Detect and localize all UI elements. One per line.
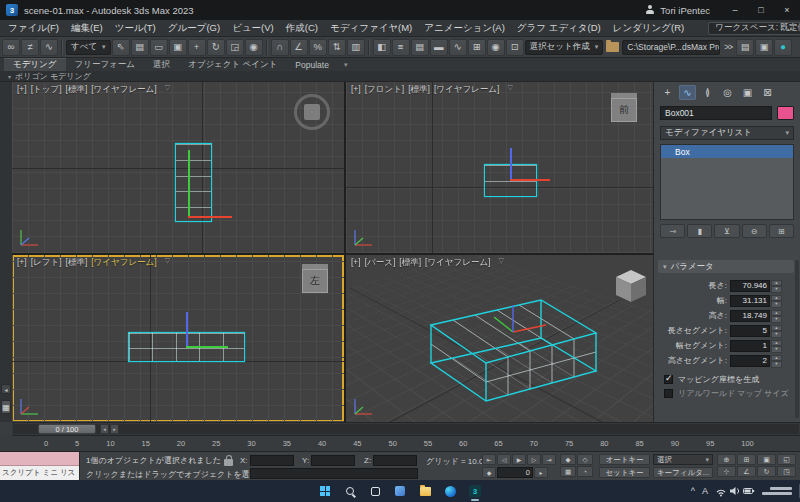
box-wireframe-perspective[interactable] (346, 255, 653, 422)
user-account-button[interactable]: Tori iPentec (633, 0, 722, 20)
schematic-view-icon[interactable]: ⊞ (468, 39, 486, 56)
viewport-style-label[interactable]: [ワイヤフレーム] (91, 84, 156, 96)
named-selection-sets-dropdown[interactable]: 選択セット作成 ▾ (525, 40, 604, 55)
parameters-rollout-header[interactable]: ▾ パラメータ (658, 260, 794, 273)
parameter-value-field[interactable]: 70.946 (730, 280, 770, 292)
spinner-down-icon[interactable]: ▾ (771, 361, 782, 368)
parameter-value-field[interactable]: 2 (730, 355, 770, 367)
window-crossing-icon[interactable]: ▣ (169, 39, 187, 56)
viewcube[interactable]: 左 (302, 269, 328, 293)
viewport-style-label[interactable]: [ワイヤフレーム] (434, 84, 499, 96)
edge-button[interactable] (443, 484, 457, 498)
widgets-button[interactable] (393, 484, 407, 498)
field-of-view-button[interactable]: ∠ (737, 466, 756, 477)
timeline-tick[interactable]: 55 (424, 439, 432, 448)
maximize-button[interactable]: □ (748, 0, 774, 20)
viewport-layout-tabs-button[interactable]: ▦ (1, 400, 11, 414)
time-slider-track[interactable] (13, 424, 799, 434)
timeline-tick[interactable]: 15 (142, 439, 150, 448)
display-tab[interactable]: ▣ (739, 85, 756, 100)
pin-stack-button[interactable]: ⊸ (660, 224, 685, 238)
pan-button[interactable]: ⊹ (717, 466, 736, 477)
viewport-arrow-icon[interactable]: ▽ (165, 257, 170, 269)
zoom-button[interactable]: ⊕ (717, 454, 736, 465)
gizmo-y-axis[interactable] (188, 150, 190, 216)
viewport-pov-label[interactable]: [トップ] (31, 84, 62, 96)
ribbon-tab-populate[interactable]: Populate (286, 58, 338, 71)
viewport-pov-label[interactable]: [レフト] (31, 257, 62, 269)
timeline-tick[interactable]: 0 (44, 439, 48, 448)
material-editor-icon[interactable]: ◉ (487, 39, 505, 56)
ribbon-minimize-icon[interactable]: ▾ (338, 58, 354, 71)
menu-item[interactable]: グループ(G) (162, 20, 226, 36)
start-button[interactable] (318, 484, 332, 498)
set-key-button[interactable]: セットキー (599, 467, 650, 478)
spinner[interactable]: ▴ ▾ (771, 340, 782, 352)
minimize-button[interactable]: – (722, 0, 748, 20)
z-coordinate-field[interactable] (373, 455, 417, 466)
time-tag-field[interactable] (250, 468, 418, 479)
listener-row[interactable]: スクリプト ミニ リス (0, 466, 79, 480)
set-keys-button[interactable]: ◆ (560, 454, 576, 465)
viewport-menu-button[interactable]: [+] (17, 257, 27, 269)
select-and-rotate-icon[interactable]: ↻ (207, 39, 225, 56)
unlink-selection-icon[interactable]: ≠ (21, 39, 39, 56)
ribbon-toggle-icon[interactable]: ▬ (430, 39, 448, 56)
gizmo-y-axis[interactable] (186, 346, 228, 348)
workspace-selector[interactable]: ワークスペース: 既定値 ▾ (708, 22, 800, 35)
edit-named-selection-sets-icon[interactable]: ▥ (347, 39, 365, 56)
key-mode-toggle-button[interactable]: ◆ (482, 467, 496, 478)
gizmo-x-axis[interactable] (510, 179, 550, 181)
select-and-place-icon[interactable]: ◉ (245, 39, 263, 56)
menu-item[interactable]: ファイル(F) (2, 20, 65, 36)
tray-chevron-icon[interactable]: ^ (691, 486, 695, 496)
zoom-extents-button[interactable]: ▣ (757, 454, 776, 465)
viewport-front[interactable]: [+] [フロント] [標準] [ワイヤフレーム] ▽ 前 (346, 82, 653, 253)
viewport-menu-button[interactable]: [+] (17, 84, 27, 96)
time-configuration-button[interactable]: ◔ (577, 466, 593, 477)
render-setup-icon[interactable]: ⊡ (506, 39, 524, 56)
select-and-move-icon[interactable]: + (188, 39, 206, 56)
command-panel-toggle-icon[interactable]: ▣ (755, 39, 773, 56)
ribbon-panel-title[interactable]: ポリゴン モデリング (15, 71, 91, 82)
parameter-value-field[interactable]: 5 (730, 325, 770, 337)
select-and-link-icon[interactable]: ∞ (2, 39, 20, 56)
orbit-button[interactable]: ↻ (757, 466, 776, 477)
maxscript-mini-listener[interactable]: スクリプト ミニ リス (0, 452, 80, 480)
timeline-tick[interactable]: 75 (565, 439, 573, 448)
spinner[interactable]: ▴ ▾ (771, 310, 782, 322)
timeline-tick[interactable]: 95 (706, 439, 714, 448)
snaps-toggle-icon[interactable]: ∩ (271, 39, 289, 56)
viewport-style-label[interactable]: [ワイヤフレーム] (91, 257, 156, 269)
viewport-pov-label[interactable]: [フロント] (365, 84, 405, 96)
modifier-stack-item[interactable]: Box (661, 145, 793, 158)
search-button[interactable] (343, 484, 357, 498)
time-slider[interactable]: 0 / 100 ◂ ▸ (12, 422, 800, 436)
angle-snap-icon[interactable]: ∠ (290, 39, 308, 56)
parameter-value-field[interactable]: 1 (730, 340, 770, 352)
spinner-snap-icon[interactable]: ⇅ (328, 39, 346, 56)
timeline-tick[interactable]: 25 (212, 439, 220, 448)
viewport-arrow-icon[interactable]: ▽ (165, 84, 170, 96)
timeline-tick[interactable]: 5 (75, 439, 79, 448)
key-tangents-button[interactable]: ▦ (560, 466, 576, 477)
timeline-tick[interactable]: 70 (530, 439, 538, 448)
viewcube[interactable] (616, 270, 646, 302)
timeline-tick[interactable]: 65 (494, 439, 502, 448)
viewcube[interactable] (294, 94, 330, 130)
gizmo-z-axis[interactable] (186, 312, 188, 347)
modify-tab[interactable]: ∿ (679, 85, 696, 100)
panel-scrollbar[interactable] (795, 260, 799, 418)
align-icon[interactable]: ≡ (392, 39, 410, 56)
motion-tab[interactable]: ◎ (719, 85, 736, 100)
3dsmax-taskbar-button[interactable]: 3 (468, 484, 482, 498)
spinner[interactable]: ▴ ▾ (771, 355, 782, 367)
y-coordinate-field[interactable] (311, 455, 355, 466)
timeline-tick[interactable]: 60 (459, 439, 467, 448)
configure-modifier-sets-button[interactable]: ⊞ (769, 224, 794, 238)
timeline-tick[interactable]: 80 (600, 439, 608, 448)
spinner[interactable]: ▴ ▾ (771, 325, 782, 337)
checkbox[interactable] (664, 375, 673, 384)
next-frame-button[interactable]: ▷ (527, 454, 541, 465)
viewport-top[interactable]: [+] [トップ] [標準] [ワイヤフレーム] ▽ (12, 82, 344, 253)
